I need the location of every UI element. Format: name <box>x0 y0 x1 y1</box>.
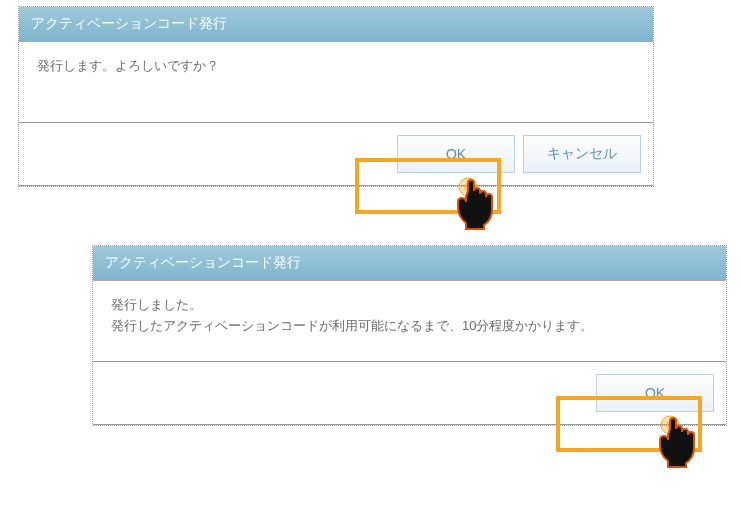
dialog-message: 発行します。よろしいですか？ <box>19 42 653 122</box>
confirm-dialog: アクティベーションコード発行 発行します。よろしいですか？ OK キャンセル <box>18 6 654 187</box>
dialog-title: アクティベーションコード発行 <box>93 246 726 281</box>
dialog-message: 発行しました。 発行したアクティベーションコードが利用可能になるまで、10分程度… <box>93 281 726 361</box>
cancel-button[interactable]: キャンセル <box>523 135 641 173</box>
ok-button[interactable]: OK <box>397 135 515 173</box>
dialog-footer: OK キャンセル <box>19 122 653 186</box>
dialog-footer: OK <box>93 361 726 425</box>
message-line: 発行しました。 <box>111 295 708 316</box>
message-line: 発行したアクティベーションコードが利用可能になるまで、10分程度かかります。 <box>111 316 708 337</box>
result-dialog: アクティベーションコード発行 発行しました。 発行したアクティベーションコードが… <box>92 245 727 426</box>
dialog-title: アクティベーションコード発行 <box>19 7 653 42</box>
ok-button[interactable]: OK <box>596 374 714 412</box>
